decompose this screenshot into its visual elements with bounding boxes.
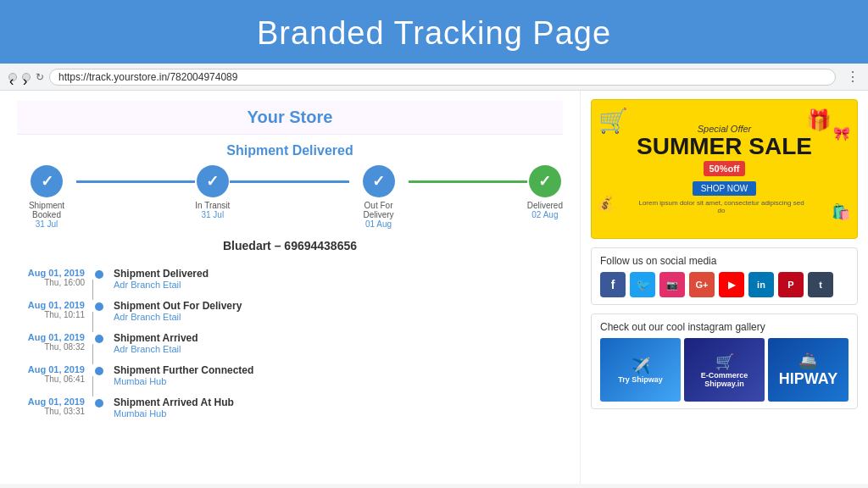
timeline-dot-3 — [95, 335, 103, 343]
instagram-grid: ✈️ Try Shipway 🛒 E-CommerceShipway.in 🚢H… — [600, 338, 849, 402]
timeline-event-1: Shipment Delivered — [114, 268, 209, 280]
timeline-location-2: Adr Branch Etail — [114, 312, 242, 322]
step-date-booked: 31 Jul — [36, 219, 58, 229]
page-header: Branded Tracking Page — [0, 0, 868, 64]
social-icons-container: f 🐦 📷 G+ ▶ in P t — [600, 272, 849, 297]
timeline-content-4: Shipment Further Connected Mumbai Hub — [114, 364, 253, 386]
timeline-date-text-1: Aug 01, 2019 — [17, 268, 85, 278]
step-label-out: Out For Delivery — [349, 201, 409, 219]
tracker-line-3 — [409, 180, 527, 183]
timeline-event-3: Shipment Arrived — [114, 332, 198, 344]
back-button[interactable]: ‹ — [8, 73, 17, 81]
step-label-booked: Shipment Booked — [17, 201, 76, 219]
browser-menu-button[interactable]: ⋮ — [846, 69, 860, 85]
social-media-title: Follow us on social media — [600, 255, 849, 267]
ad-shop-now-button[interactable]: SHOP NOW — [693, 181, 756, 196]
ad-title: SUMMER SALE — [637, 134, 812, 160]
instagram-image-2[interactable]: 🛒 E-CommerceShipway.in — [684, 338, 765, 402]
timeline-date-text-3: Aug 01, 2019 — [17, 332, 85, 342]
social-media-section: Follow us on social media f 🐦 📷 G+ ▶ in … — [591, 247, 858, 305]
timeline-location-4: Mumbai Hub — [114, 376, 253, 386]
timeline-item: Aug 01, 2019 Thu, 03:31 Shipment Arrived… — [17, 391, 563, 424]
main-content: Your Store Shipment Delivered ✓ Shipment… — [0, 91, 868, 484]
left-panel: Your Store Shipment Delivered ✓ Shipment… — [0, 91, 580, 484]
timeline-day-1: Thu, 16:00 — [17, 278, 85, 287]
progress-tracker: ✓ Shipment Booked 31 Jul ✓ In Transit 31… — [17, 165, 563, 229]
page-title: Branded Tracking Page — [0, 15, 868, 52]
timeline-day-4: Thu, 06:41 — [17, 374, 85, 384]
url-bar[interactable]: https://track.yourstore.in/782004974089 — [49, 69, 836, 86]
timeline-location-5: Mumbai Hub — [114, 408, 234, 419]
step-circle-out: ✓ — [363, 165, 395, 197]
step-circle-transit: ✓ — [197, 165, 229, 197]
timeline-date-text-5: Aug 01, 2019 — [17, 396, 85, 407]
store-name: Your Store — [17, 101, 563, 135]
instagram-image-1[interactable]: ✈️ Try Shipway — [600, 338, 681, 402]
tracker-step-booked: ✓ Shipment Booked 31 Jul — [17, 165, 76, 229]
timeline-location-3: Adr Branch Etail — [114, 344, 198, 354]
instagram-icon[interactable]: 📷 — [659, 272, 685, 297]
timeline-date-text-2: Aug 01, 2019 — [17, 300, 85, 310]
timeline-dot-5 — [95, 399, 103, 408]
timeline-date-1: Aug 01, 2019 Thu, 16:00 — [17, 268, 85, 287]
timeline-event-4: Shipment Further Connected — [114, 364, 253, 376]
timeline-dot-2 — [95, 302, 103, 311]
timeline-item: Aug 01, 2019 Thu, 16:00 Shipment Deliver… — [17, 263, 563, 295]
ad-description: Lorem ipsum dolor sit amet, consectetur … — [637, 199, 806, 214]
timeline-event-2: Shipment Out For Delivery — [114, 300, 242, 312]
ad-content: Special Offer SUMMER SALE 50%off SHOP NO… — [628, 115, 821, 224]
ad-discount: 50%off — [704, 161, 744, 176]
tracker-line-2 — [230, 180, 348, 183]
instagram-title: Check out our cool instagram gallery — [600, 321, 849, 333]
browser-bar: ‹ › ↻ https://track.yourstore.in/7820049… — [0, 64, 868, 91]
linkedin-icon[interactable]: in — [748, 272, 774, 297]
timeline-date-3: Aug 01, 2019 Thu, 08:32 — [17, 332, 85, 352]
refresh-button[interactable]: ↻ — [36, 71, 44, 83]
ad-banner[interactable]: 🛒 🎁 💰 🛍️ 🎀 Special Offer SUMMER SALE 50%… — [591, 99, 858, 239]
ad-special-offer: Special Offer — [637, 124, 812, 134]
step-date-delivered: 02 Aug — [531, 210, 558, 219]
step-label-transit: In Transit — [195, 201, 230, 210]
instagram-image-3[interactable]: 🚢HIPWAY — [768, 338, 849, 402]
right-panel: 🛒 🎁 💰 🛍️ 🎀 Special Offer SUMMER SALE 50%… — [580, 91, 868, 484]
timeline-dot-4 — [95, 367, 103, 375]
timeline-date-2: Aug 01, 2019 Thu, 10:11 — [17, 300, 85, 319]
timeline-item: Aug 01, 2019 Thu, 10:11 Shipment Out For… — [17, 295, 563, 327]
timeline-dot-1 — [95, 270, 103, 279]
timeline-content-5: Shipment Arrived At Hub Mumbai Hub — [114, 396, 234, 419]
timeline-content-2: Shipment Out For Delivery Adr Branch Eta… — [114, 300, 242, 322]
googleplus-icon[interactable]: G+ — [689, 272, 715, 297]
timeline-day-3: Thu, 08:32 — [17, 342, 85, 352]
timeline-day-2: Thu, 10:11 — [17, 310, 85, 319]
step-date-transit: 31 Jul — [201, 210, 224, 219]
step-circle-booked: ✓ — [31, 165, 63, 197]
timeline-date-text-4: Aug 01, 2019 — [17, 364, 85, 374]
timeline-date-5: Aug 01, 2019 Thu, 03:31 — [17, 396, 85, 416]
twitter-icon[interactable]: 🐦 — [630, 272, 655, 297]
step-date-out: 01 Aug — [365, 219, 392, 229]
shipment-status: Shipment Delivered — [17, 143, 563, 158]
forward-button[interactable]: › — [22, 73, 31, 81]
tumblr-icon[interactable]: t — [808, 272, 833, 297]
facebook-icon[interactable]: f — [600, 272, 626, 297]
instagram-section: Check out our cool instagram gallery ✈️ … — [591, 313, 858, 409]
timeline-item: Aug 01, 2019 Thu, 06:41 Shipment Further… — [17, 359, 563, 391]
timeline-location-1: Adr Branch Etail — [114, 280, 209, 290]
timeline-date-4: Aug 01, 2019 Thu, 06:41 — [17, 364, 85, 384]
tracker-step-transit: ✓ In Transit 31 Jul — [195, 165, 230, 219]
timeline-content-3: Shipment Arrived Adr Branch Etail — [114, 332, 198, 354]
youtube-icon[interactable]: ▶ — [719, 272, 744, 297]
step-circle-delivered: ✓ — [529, 165, 561, 197]
tracker-step-delivered: ✓ Delivered 02 Aug — [527, 165, 563, 219]
timeline-event-5: Shipment Arrived At Hub — [114, 396, 234, 408]
timeline-day-5: Thu, 03:31 — [17, 407, 85, 416]
step-label-delivered: Delivered — [527, 201, 563, 210]
timeline-content-1: Shipment Delivered Adr Branch Etail — [114, 268, 209, 290]
timeline-item: Aug 01, 2019 Thu, 08:32 Shipment Arrived… — [17, 327, 563, 359]
courier-info: Bluedart – 69694438656 — [17, 239, 563, 252]
tracker-line-1 — [76, 180, 195, 183]
tracker-step-out: ✓ Out For Delivery 01 Aug — [349, 165, 409, 229]
tracking-timeline: Aug 01, 2019 Thu, 16:00 Shipment Deliver… — [17, 263, 563, 424]
pinterest-icon[interactable]: P — [778, 272, 804, 297]
